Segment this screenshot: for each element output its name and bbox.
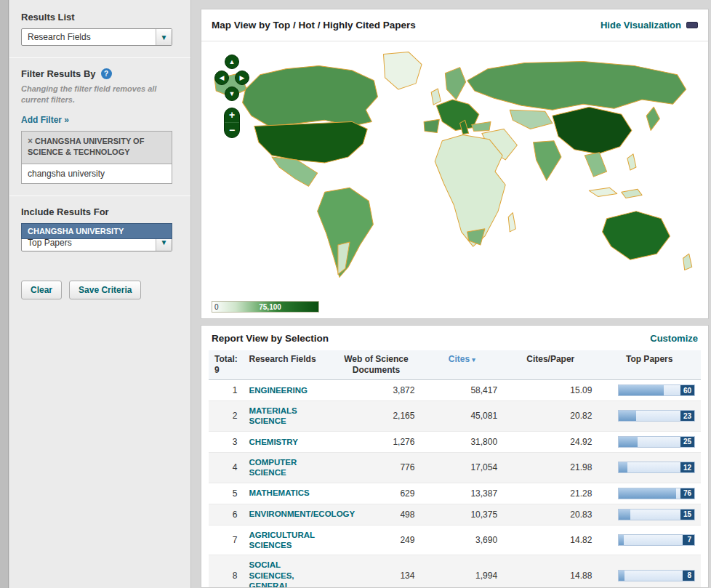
save-criteria-button[interactable]: Save Criteria — [69, 281, 141, 299]
wos-documents-value: 134 — [332, 555, 420, 588]
pan-down-button[interactable]: ▼ — [225, 86, 239, 101]
table-row: 5MATHEMATICS62913,38721.2876 — [209, 483, 701, 504]
zoom-in-button[interactable]: + — [225, 108, 239, 123]
map-view-title: Map View by Top / Hot / Highly Cited Pap… — [212, 20, 416, 31]
top-papers-value: 76 — [680, 488, 694, 499]
cites-value: 13,387 — [420, 483, 503, 504]
col-total: Total: 9 — [209, 350, 244, 380]
hide-visualization-label: Hide Visualization — [600, 20, 681, 31]
chevron-down-icon[interactable]: ▼ — [156, 29, 172, 45]
cites-value: 31,800 — [420, 431, 503, 452]
row-rank: 8 — [209, 555, 244, 588]
results-list-dropdown[interactable]: Research Fields ▼ — [21, 28, 172, 46]
cites-per-paper-value: 20.83 — [503, 504, 598, 525]
sidebar-divider — [9, 57, 190, 58]
map-panel: Map View by Top / Hot / Highly Cited Pap… — [201, 9, 709, 319]
zoom-out-button[interactable]: − — [225, 123, 239, 137]
cites-per-paper-value: 15.09 — [503, 380, 598, 401]
report-table: Total: 9 Research Fields Web of Science … — [209, 350, 701, 588]
results-list-title: Results List — [21, 12, 183, 23]
top-papers-bar: 60 — [618, 384, 695, 396]
pan-up-button[interactable]: ▲ — [225, 55, 239, 69]
top-papers-bar: 25 — [618, 436, 695, 448]
row-rank: 5 — [209, 483, 244, 504]
world-map-area — [201, 42, 708, 289]
cites-per-paper-value: 21.28 — [503, 483, 598, 504]
results-list-dropdown-value: Research Fields — [22, 29, 156, 45]
cites-per-paper-value: 14.82 — [503, 525, 598, 555]
row-rank: 4 — [209, 452, 244, 483]
total-label: Total: — [214, 354, 238, 364]
sidebar: Results List Research Fields ▼ Filter Re… — [9, 0, 191, 588]
sidebar-divider — [9, 196, 190, 196]
table-row: 6ENVIRONMENT/ECOLOGY49810,37520.8315 — [209, 504, 701, 525]
table-row: 2MATERIALS SCIENCE2,16545,08120.8223 — [209, 401, 701, 432]
row-rank: 7 — [209, 525, 244, 555]
row-rank: 3 — [209, 431, 244, 452]
clear-button[interactable]: Clear — [21, 281, 62, 299]
top-papers-bar: 23 — [618, 410, 695, 422]
research-field-link[interactable]: ENGINEERING — [249, 385, 308, 395]
zoom-controls: + − — [224, 108, 240, 138]
autocomplete-option-changsha-university[interactable]: CHANGSHA UNIVERSITY — [21, 223, 172, 239]
table-row: 4COMPUTER SCIENCE77617,05421.9812 — [209, 452, 701, 483]
cites-per-paper-value: 21.98 — [503, 452, 598, 483]
filter-chip[interactable]: ×CHANGSHA UNIVERSITY OF SCIENCE & TECHNO… — [21, 131, 172, 164]
col-top-papers: Top Papers — [598, 350, 701, 380]
filter-search-input[interactable] — [21, 164, 172, 184]
research-field-link[interactable]: COMPUTER SCIENCE — [249, 457, 326, 478]
cites-per-paper-value: 20.82 — [503, 401, 598, 432]
cites-value: 17,054 — [420, 452, 503, 483]
top-papers-bar: 8 — [618, 570, 695, 581]
research-field-link[interactable]: ENVIRONMENT/ECOLOGY — [249, 509, 356, 519]
top-papers-bar: 7 — [618, 534, 695, 546]
report-panel: Report View by Selection Customize Total… — [201, 325, 709, 588]
top-papers-value: 12 — [680, 462, 694, 472]
cites-value: 45,081 — [420, 401, 503, 432]
wos-documents-value: 249 — [332, 525, 420, 555]
top-papers-value: 7 — [683, 535, 694, 545]
col-research-fields: Research Fields — [244, 350, 332, 380]
wos-documents-value: 776 — [332, 452, 420, 483]
research-field-link[interactable]: MATERIALS SCIENCE — [249, 406, 326, 427]
collapsed-edge-strip — [0, 0, 9, 588]
remove-filter-icon[interactable]: × — [28, 136, 33, 146]
sort-arrow-icon: ▾ — [472, 356, 475, 363]
cites-sort-link[interactable]: Cites — [449, 354, 470, 364]
report-view-title: Report View by Selection — [212, 333, 329, 344]
col-wos-documents: Web of Science Documents — [332, 350, 420, 380]
customize-link[interactable]: Customize — [650, 333, 698, 344]
research-field-link[interactable]: SOCIAL SCIENCES, GENERAL — [249, 560, 326, 588]
filter-chip-label: CHANGSHA UNIVERSITY OF SCIENCE & TECHNOL… — [28, 137, 144, 157]
total-value: 9 — [214, 365, 220, 375]
pan-right-button[interactable]: ▶ — [235, 71, 249, 85]
top-papers-value: 60 — [680, 385, 694, 395]
add-filter-link[interactable]: Add Filter » — [21, 115, 69, 125]
top-papers-value: 15 — [680, 510, 694, 520]
world-map[interactable] — [201, 42, 708, 289]
include-results-title: Include Results For — [21, 206, 183, 217]
cites-value: 3,690 — [420, 525, 503, 555]
wos-documents-value: 2,165 — [332, 401, 420, 432]
hide-visualization-link[interactable]: Hide Visualization — [600, 20, 698, 31]
cites-value: 10,375 — [420, 504, 503, 525]
research-field-link[interactable]: AGRICULTURAL SCIENCES — [249, 530, 326, 551]
legend-gradient-bar: 0 75,100 — [212, 301, 319, 313]
legend-max-value: 75,100 — [259, 303, 281, 311]
top-papers-value: 25 — [680, 437, 694, 447]
top-papers-bar: 12 — [618, 462, 695, 473]
top-papers-bar: 15 — [618, 509, 695, 520]
wos-documents-value: 1,276 — [332, 431, 420, 452]
collapse-icon — [686, 22, 698, 28]
pan-left-button[interactable]: ◀ — [214, 71, 229, 85]
filter-results-title: Filter Results By — [21, 68, 96, 79]
col-cites: Cites▾ — [420, 350, 503, 380]
research-field-link[interactable]: MATHEMATICS — [249, 488, 310, 498]
research-field-link[interactable]: CHEMISTRY — [249, 437, 298, 447]
wos-documents-value: 3,872 — [332, 380, 420, 401]
help-icon[interactable]: ? — [101, 68, 112, 79]
table-row: 1ENGINEERING3,87258,41715.0960 — [209, 380, 701, 401]
top-papers-bar: 76 — [618, 488, 695, 499]
filter-note: Changing the filter field removes all cu… — [21, 84, 166, 105]
cites-value: 58,417 — [420, 380, 503, 401]
